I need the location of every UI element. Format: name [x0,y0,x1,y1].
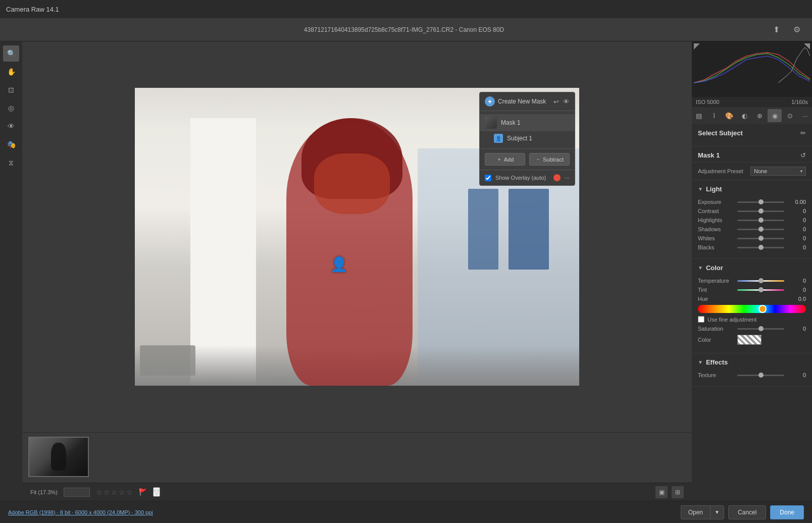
whites-track[interactable] [737,238,784,239]
texture-value: 0 [788,372,806,378]
texture-track[interactable] [737,375,784,376]
select-subject-section: Select Subject ✏ [692,124,812,146]
tint-thumb[interactable] [758,287,764,292]
saturation-row: Saturation 0 [698,326,806,332]
tint-track[interactable] [737,289,784,291]
open-dropdown-button[interactable]: ▼ [710,505,724,519]
blacks-track[interactable] [737,247,784,248]
lens-btn[interactable]: ⊙ [783,109,797,122]
overlay-color-dot[interactable] [553,174,561,181]
hue-thumb[interactable] [758,305,767,313]
split-view-btn[interactable]: ⊞ [672,486,684,498]
panel-content[interactable]: Select Subject ✏ Mask 1 ↺ Adjustment Pre… [692,124,812,501]
mask-subtract-button[interactable]: － Subtract [529,153,570,166]
more-btn[interactable]: ··· [798,109,812,122]
highlights-row: Highlights 0 [698,217,806,223]
star-4[interactable]: ☆ [119,488,125,496]
mask-add-button[interactable]: ＋ Add [485,153,525,166]
color-section-header[interactable]: ▼ Color [692,259,812,276]
overlay-bar: Show Overlay (auto) ··· [480,170,575,185]
toolbar-right: ⬆ ⚙ [770,23,804,37]
hue-label: Hue [698,296,733,302]
blacks-thumb[interactable] [758,245,764,250]
effects-section: ▼ Effects Texture 0 [692,353,812,387]
mask-history-icon[interactable]: ↩ [553,98,559,106]
right-panel: ISO 5000 1/160s ▤ ⌇ 🎨 ◐ ⊕ ◉ ⊙ ··· Select… [692,41,812,501]
adj-preset-select[interactable]: None Custom [750,167,806,176]
star-2[interactable]: ☆ [104,488,110,496]
hand-tool[interactable]: ✋ [3,64,19,80]
mask1-reset-btn[interactable]: ↺ [800,151,806,159]
tone-curve-btn[interactable]: ⌇ [707,109,721,122]
detail-btn[interactable]: ◉ [768,109,782,122]
left-panel: 🔍 ✋ ⊡ ◎ 👁 🎭 ⧖ [0,41,22,501]
adjustment-preset-row: Adjustment Preset None Custom [692,163,812,180]
saturation-track[interactable] [737,328,784,330]
highlights-track[interactable] [737,220,784,221]
done-button[interactable]: Done [770,505,804,519]
open-button[interactable]: Open [681,505,710,519]
mask1-section-header: Mask 1 ↺ [692,146,812,163]
effects-section-header[interactable]: ▼ Effects [692,353,812,370]
single-view-btn[interactable]: ▣ [655,486,668,498]
hue-row: Hue 0.0 [698,296,806,302]
shadows-thumb[interactable] [758,227,764,232]
hsl-btn[interactable]: 🎨 [722,109,736,122]
light-section-header[interactable]: ▼ Light [692,180,812,197]
thumbnail[interactable] [28,437,89,477]
histogram-graph [694,43,810,84]
exposure-row: Exposure 0.00 [698,199,806,205]
export-icon-btn[interactable]: ⬆ [770,23,784,37]
cancel-button[interactable]: Cancel [728,505,766,519]
highlights-thumb[interactable] [758,218,764,223]
temperature-thumb[interactable] [758,278,764,283]
exposure-thumb[interactable] [758,199,764,204]
canvas-area: 👤 + Create New Mask ↩ 👁 [22,41,692,501]
title-bar: Camera Raw 14.1 [0,0,812,18]
texture-thumb[interactable] [758,373,764,378]
shadows-track[interactable] [737,229,784,230]
star-5[interactable]: ☆ [126,488,133,496]
whites-thumb[interactable] [758,236,764,241]
filter-tool[interactable]: ⧖ [3,154,19,171]
red-eye-tool[interactable]: 👁 [3,118,19,134]
star-1[interactable]: ☆ [96,488,103,496]
temperature-track[interactable] [737,280,784,282]
subject1-item[interactable]: 👤 Subject 1 [480,131,575,145]
zoom-percent-input[interactable]: 100% [64,488,90,497]
mask-tool[interactable]: 🎭 [3,136,19,152]
exposure-track[interactable] [737,201,784,203]
blacks-value: 0 [788,244,806,250]
overlay-checkbox[interactable] [485,175,491,181]
fine-adj-label[interactable]: Use fine adjustment [707,317,756,323]
mask1-item[interactable]: Mask 1 [480,114,575,131]
color-swatch[interactable] [737,335,762,345]
image-container[interactable]: 👤 + Create New Mask ↩ 👁 [22,41,692,432]
main-image[interactable]: 👤 + Create New Mask ↩ 👁 [135,88,579,386]
saturation-thumb[interactable] [758,326,764,331]
settings-icon-btn[interactable]: ⚙ [790,23,804,37]
filter-button[interactable]: ▽ [153,487,160,497]
flag-icon[interactable]: 🚩 [139,488,147,496]
effects-section-body: Texture 0 [692,370,812,386]
blacks-label: Blacks [698,244,733,250]
spot-removal-tool[interactable]: ◎ [3,100,19,116]
color-mix-btn[interactable]: ◐ [737,109,751,122]
color-grading-btn[interactable]: ⊕ [752,109,767,122]
contrast-thumb[interactable] [758,208,764,214]
contrast-value: 0 [788,208,806,214]
color-profile-info[interactable]: Adobe RGB (1998) · 8 bit · 6000 x 4000 (… [8,509,153,515]
camera-info: ISO 5000 1/160s [692,97,812,107]
crop-tool[interactable]: ⊡ [3,82,19,98]
create-new-mask-button[interactable]: + Create New Mask [485,96,546,107]
basic-panel-btn[interactable]: ▤ [692,109,706,122]
light-section: ▼ Light Exposure 0.00 Contrast [692,180,812,259]
select-subject-icon-btn[interactable]: ✏ [800,129,806,137]
mask-view-icon[interactable]: 👁 [563,98,570,106]
fine-adj-checkbox[interactable] [698,316,704,323]
contrast-track[interactable] [737,211,784,212]
zoom-tool[interactable]: 🔍 [3,45,19,62]
star-3[interactable]: ☆ [111,488,118,496]
hue-slider-container[interactable] [698,305,806,313]
overlay-more-button[interactable]: ··· [565,174,570,181]
